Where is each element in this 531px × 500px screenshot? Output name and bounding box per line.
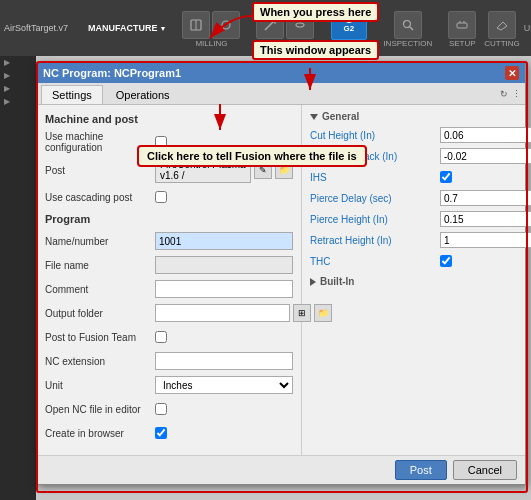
- post-fusion-checkbox[interactable]: [155, 331, 167, 343]
- retract-height-input[interactable]: [440, 232, 531, 248]
- use-cascading-post-checkbox[interactable]: [155, 191, 167, 203]
- built-in-section: Built-In: [310, 276, 517, 287]
- comment-row: Comment: [45, 279, 293, 299]
- dialog-footer: Post Cancel: [37, 455, 525, 484]
- setup-label: SETUP: [449, 39, 476, 48]
- post-fusion-label: Post to Fusion Team: [45, 332, 155, 343]
- file-name-input[interactable]: [155, 256, 293, 274]
- setup-icons: [448, 11, 476, 39]
- pierce-delay-label: Pierce Delay (sec): [310, 193, 440, 204]
- thc-label: THC: [310, 256, 440, 267]
- dialog-refresh-btn[interactable]: ↻: [500, 89, 508, 99]
- use-cascading-post-label: Use cascading post: [45, 192, 155, 203]
- tree-sidebar: ▶ ▶ ▶ ▶: [0, 56, 36, 500]
- setup-section: SETUP: [448, 9, 476, 48]
- cut-height-label: Cut Height (In): [310, 130, 440, 141]
- dialog-tabs: Settings Operations ↻ ⋮: [37, 83, 525, 105]
- cutting-icons: [488, 11, 516, 39]
- open-nc-editor-checkbox[interactable]: [155, 403, 167, 415]
- open-nc-editor-row: Open NC file in editor: [45, 399, 293, 419]
- app-brand: AirSoftTarget.v7: [4, 23, 68, 33]
- app-title: AirSoftTarget.v7: [4, 23, 68, 33]
- unit-label: Unit: [45, 380, 155, 391]
- ihs-row: IHS: [310, 168, 517, 186]
- callout-click-here: Click here to tell Fusion where the file…: [137, 145, 367, 167]
- pierce-height-label: Pierce Height (In): [310, 214, 440, 225]
- ihs-label: IHS: [310, 172, 440, 183]
- comment-label: Comment: [45, 284, 155, 295]
- inspection-label: INSPECTION: [383, 39, 432, 48]
- file-name-row: File name: [45, 255, 293, 275]
- svg-line-5: [410, 27, 413, 30]
- general-section-header: General: [310, 111, 517, 122]
- tab-operations[interactable]: Operations: [105, 85, 181, 104]
- retract-height-row: Retract Height (In): [310, 231, 517, 249]
- milling-btn-1[interactable]: [182, 11, 210, 39]
- name-number-row: Name/number: [45, 231, 293, 251]
- tree-item-3[interactable]: ▶: [0, 82, 36, 95]
- milling-btn-2[interactable]: [212, 11, 240, 39]
- built-in-title: Built-In: [320, 276, 354, 287]
- manufacture-label[interactable]: MANUFACTURE ▼: [88, 23, 166, 33]
- svg-rect-6: [457, 23, 467, 28]
- unit-row: Unit Inches: [45, 375, 293, 395]
- dialog-title: NC Program: NCProgram1: [43, 67, 181, 79]
- create-in-browser-label: Create in browser: [45, 428, 155, 439]
- post-button[interactable]: Post: [395, 460, 447, 480]
- milling-section: MILLING: [182, 9, 240, 48]
- svg-point-3: [296, 23, 304, 27]
- manufacture-section[interactable]: MANUFACTURE ▼: [88, 23, 166, 33]
- inspection-icons: [394, 11, 422, 39]
- use-cascading-post-row: Use cascading post: [45, 187, 293, 207]
- tree-item-2[interactable]: ▶: [0, 69, 36, 82]
- svg-point-4: [403, 20, 410, 27]
- nc-program-dialog: NC Program: NCProgram1 ✕ Settings Operat…: [36, 62, 526, 485]
- pierce-delay-row: Pierce Delay (sec): [310, 189, 517, 207]
- create-in-browser-row: Create in browser: [45, 423, 293, 443]
- built-in-header: Built-In: [310, 276, 517, 287]
- retract-height-label: Retract Height (In): [310, 235, 440, 246]
- dialog-titlebar: NC Program: NCProgram1 ✕: [37, 63, 525, 83]
- dialog-close-btn[interactable]: ✕: [505, 66, 519, 80]
- callout-window-appears: This window appears: [252, 40, 379, 60]
- output-folder-input[interactable]: [155, 304, 290, 322]
- name-number-label: Name/number: [45, 236, 155, 247]
- inspection-btn-1[interactable]: [394, 11, 422, 39]
- pierce-delay-input[interactable]: [440, 190, 531, 206]
- unit-select[interactable]: Inches: [155, 376, 293, 394]
- cancel-button[interactable]: Cancel: [453, 460, 517, 480]
- cut-height-input[interactable]: [440, 127, 531, 143]
- nc-extension-input[interactable]: [155, 352, 293, 370]
- cutting-section: CUTTING: [484, 9, 520, 48]
- tree-item-4[interactable]: ▶: [0, 95, 36, 108]
- pierce-height-input[interactable]: [440, 211, 531, 227]
- thc-checkbox[interactable]: [440, 255, 452, 267]
- machine-post-title: Machine and post: [45, 113, 293, 125]
- output-folder-label: Output folder: [45, 308, 155, 319]
- untitled-label: Untitled(1): [524, 23, 531, 33]
- file-name-label: File name: [45, 260, 155, 271]
- inspection-section: INSPECTION: [383, 9, 432, 48]
- pierce-height-row: Pierce Height (In): [310, 210, 517, 228]
- post-fusion-row: Post to Fusion Team: [45, 327, 293, 347]
- setup-btn[interactable]: [448, 11, 476, 39]
- expand-general-icon[interactable]: [310, 114, 318, 120]
- open-nc-editor-label: Open NC file in editor: [45, 404, 155, 415]
- nc-extension-label: NC extension: [45, 356, 155, 367]
- tab-settings[interactable]: Settings: [41, 85, 103, 104]
- callout-press-here: When you press here: [252, 2, 379, 22]
- comment-input[interactable]: [155, 280, 293, 298]
- cutting-btn[interactable]: [488, 11, 516, 39]
- thc-row: THC: [310, 252, 517, 270]
- milling-label: MILLING: [195, 39, 227, 48]
- tree-item-1[interactable]: ▶: [0, 56, 36, 69]
- dialog-menu-btn[interactable]: ⋮: [512, 89, 521, 99]
- expand-built-in-icon[interactable]: [310, 278, 316, 286]
- create-in-browser-checkbox[interactable]: [155, 427, 167, 439]
- chevron-down-icon: ▼: [160, 25, 167, 32]
- cutting-label: CUTTING: [484, 39, 520, 48]
- ihs-springback-input[interactable]: [440, 148, 531, 164]
- name-number-input[interactable]: [155, 232, 293, 250]
- ihs-checkbox[interactable]: [440, 171, 452, 183]
- nc-extension-row: NC extension: [45, 351, 293, 371]
